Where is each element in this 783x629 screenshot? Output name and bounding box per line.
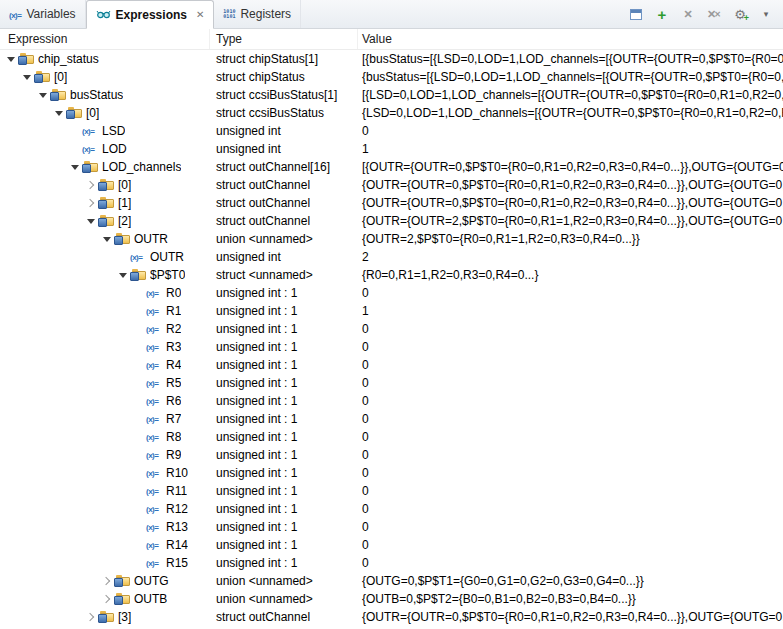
- expand-arrow-icon[interactable]: [84, 200, 98, 206]
- expression-name: R9: [166, 448, 181, 462]
- expand-arrow-icon[interactable]: [100, 596, 114, 602]
- column-header-value[interactable]: Value: [358, 29, 783, 49]
- table-row[interactable]: (x)=R1unsigned int : 11: [0, 302, 783, 320]
- value-cell: {OUTR={OUTR=2,$P$T0={R0=0,R1=1,R2=0,R3=0…: [358, 212, 783, 230]
- collapse-arrow-icon[interactable]: [36, 93, 50, 98]
- registers-icon: 10100101: [223, 7, 235, 21]
- aggregate-variable-icon: [98, 611, 114, 623]
- type-cell: unsigned int : 1: [210, 446, 358, 464]
- tab-label: Expressions: [116, 8, 187, 22]
- table-row[interactable]: (x)=R4unsigned int : 10: [0, 356, 783, 374]
- expression-name: [1]: [118, 196, 131, 210]
- variable-icon: (x)=: [146, 487, 158, 496]
- table-row[interactable]: (x)=R11unsigned int : 10: [0, 482, 783, 500]
- expression-name: [3]: [118, 610, 131, 624]
- table-row[interactable]: (x)=R15unsigned int : 10: [0, 554, 783, 572]
- value-cell: 0: [358, 536, 783, 554]
- table-row[interactable]: (x)=R9unsigned int : 10: [0, 446, 783, 464]
- view-menu-icon[interactable]: ▾: [757, 5, 775, 23]
- collapse-arrow-icon[interactable]: [52, 111, 66, 116]
- value-cell: {OUTB=0,$P$T2={B0=0,B1=0,B2=0,B3=0,B4=0.…: [358, 590, 783, 608]
- table-row[interactable]: (x)=R2unsigned int : 10: [0, 320, 783, 338]
- table-row[interactable]: (x)=R10unsigned int : 10: [0, 464, 783, 482]
- table-row[interactable]: [2]struct outChannel{OUTR={OUTR=2,$P$T0=…: [0, 212, 783, 230]
- tab-variables[interactable]: (x)=Variables: [0, 0, 86, 28]
- table-row[interactable]: chip_statusstruct chipStatus[1][{busStat…: [0, 50, 783, 68]
- value-cell: 0: [358, 482, 783, 500]
- type-cell: unsigned int : 1: [210, 284, 358, 302]
- aggregate-variable-icon: [114, 575, 130, 587]
- value-cell: 1: [358, 140, 783, 158]
- expand-arrow-icon[interactable]: [84, 614, 98, 620]
- expression-cell: (x)=R12: [0, 500, 210, 518]
- value-cell: 1: [358, 302, 783, 320]
- aggregate-variable-icon: [98, 179, 114, 191]
- expression-cell: chip_status: [0, 50, 210, 68]
- minimize-icon[interactable]: [627, 5, 645, 23]
- expression-name: R0: [166, 286, 181, 300]
- expand-arrow-icon[interactable]: [100, 578, 114, 584]
- expression-name: R10: [166, 466, 188, 480]
- table-row[interactable]: OUTGunion <unnamed>{OUTG=0,$P$T1={G0=0,G…: [0, 572, 783, 590]
- add-global-variables-icon[interactable]: ⚙+: [731, 5, 749, 23]
- table-row[interactable]: (x)=R14unsigned int : 10: [0, 536, 783, 554]
- type-cell: unsigned int : 1: [210, 428, 358, 446]
- table-row[interactable]: OUTBunion <unnamed>{OUTB=0,$P$T2={B0=0,B…: [0, 590, 783, 608]
- close-icon[interactable]: ✕: [196, 9, 204, 20]
- variable-icon: (x)=: [146, 523, 158, 532]
- expand-arrow-icon[interactable]: [84, 182, 98, 188]
- value-cell: 0: [358, 122, 783, 140]
- tab-bar: (x)=VariablesExpressions✕10100101Registe…: [0, 0, 783, 29]
- table-row[interactable]: (x)=R13unsigned int : 10: [0, 518, 783, 536]
- remove-all-expressions-icon[interactable]: ✕✕: [705, 5, 723, 23]
- table-row[interactable]: LOD_channelsstruct outChannel[16][{OUTR=…: [0, 158, 783, 176]
- variable-icon: (x)=: [146, 451, 158, 460]
- type-cell: unsigned int: [210, 122, 358, 140]
- table-row[interactable]: [0]struct outChannel{OUTR={OUTR=0,$P$T0=…: [0, 176, 783, 194]
- collapse-arrow-icon[interactable]: [20, 75, 34, 80]
- expression-cell: [0]: [0, 176, 210, 194]
- table-row[interactable]: (x)=R7unsigned int : 10: [0, 410, 783, 428]
- table-row[interactable]: (x)=R12unsigned int : 10: [0, 500, 783, 518]
- table-row[interactable]: busStatusstruct ccsiBusStatus[1][{LSD=0,…: [0, 86, 783, 104]
- table-row[interactable]: [1]struct outChannel{OUTR={OUTR=0,$P$T0=…: [0, 194, 783, 212]
- table-row[interactable]: [0]struct ccsiBusStatus{LSD=0,LOD=1,LOD_…: [0, 104, 783, 122]
- expression-cell: (x)=LSD: [0, 122, 210, 140]
- table-row[interactable]: [3]struct outChannel{OUTR={OUTR=0,$P$T0=…: [0, 608, 783, 626]
- table-row[interactable]: (x)=LSDunsigned int0: [0, 122, 783, 140]
- table-row[interactable]: (x)=R5unsigned int : 10: [0, 374, 783, 392]
- expression-name: busStatus: [70, 88, 123, 102]
- column-header-expression[interactable]: Expression: [0, 29, 210, 49]
- table-row[interactable]: (x)=R8unsigned int : 10: [0, 428, 783, 446]
- add-expression-icon[interactable]: +: [653, 5, 671, 23]
- value-cell: [{OUTR={OUTR=0,$P$T0={R0=0,R1=0,R2=0,R3=…: [358, 158, 783, 176]
- expression-cell: [2]: [0, 212, 210, 230]
- table-row[interactable]: (x)=R0unsigned int : 10: [0, 284, 783, 302]
- tab-registers[interactable]: 10100101Registers: [214, 0, 301, 28]
- variable-icon: (x)=: [146, 325, 158, 334]
- expression-name: R4: [166, 358, 181, 372]
- variable-icon: (x)=: [130, 253, 142, 262]
- expression-name: R13: [166, 520, 188, 534]
- expression-name: OUTG: [134, 574, 169, 588]
- type-cell: unsigned int : 1: [210, 356, 358, 374]
- collapse-arrow-icon[interactable]: [116, 273, 130, 278]
- table-row[interactable]: [0]struct chipStatus{busStatus=[{LSD=0,L…: [0, 68, 783, 86]
- column-header-type[interactable]: Type: [210, 29, 358, 49]
- table-row[interactable]: (x)=R3unsigned int : 10: [0, 338, 783, 356]
- aggregate-variable-icon: [34, 71, 50, 83]
- collapse-arrow-icon[interactable]: [4, 57, 18, 62]
- remove-expression-icon[interactable]: ✕: [679, 5, 697, 23]
- value-cell: 0: [358, 338, 783, 356]
- table-row[interactable]: (x)=R6unsigned int : 10: [0, 392, 783, 410]
- collapse-arrow-icon[interactable]: [84, 219, 98, 224]
- collapse-arrow-icon[interactable]: [100, 237, 114, 242]
- aggregate-variable-icon: [50, 89, 66, 101]
- table-row[interactable]: (x)=OUTRunsigned int2: [0, 248, 783, 266]
- tab-expressions[interactable]: Expressions✕: [86, 0, 215, 29]
- table-row[interactable]: (x)=LODunsigned int1: [0, 140, 783, 158]
- collapse-arrow-icon[interactable]: [68, 165, 82, 170]
- expressions-tree: chip_statusstruct chipStatus[1][{busStat…: [0, 50, 783, 626]
- table-row[interactable]: OUTRunion <unnamed>{OUTR=2,$P$T0={R0=0,R…: [0, 230, 783, 248]
- table-row[interactable]: $P$T0struct <unnamed>{R0=0,R1=1,R2=0,R3=…: [0, 266, 783, 284]
